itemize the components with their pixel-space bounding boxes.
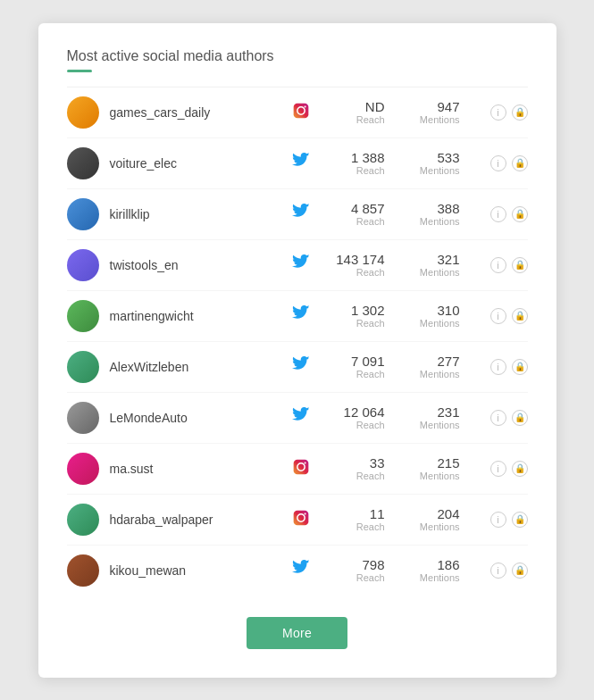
info-icon[interactable]: i bbox=[490, 206, 506, 222]
info-icon[interactable]: i bbox=[490, 512, 506, 528]
reach-block: 4 857Reach bbox=[331, 201, 385, 227]
reach-block: 1 302Reach bbox=[331, 303, 385, 329]
twitter-icon[interactable] bbox=[289, 560, 314, 581]
info-icon[interactable]: i bbox=[490, 104, 506, 121]
avatar bbox=[67, 504, 99, 536]
mentions-label: Mentions bbox=[406, 267, 460, 278]
author-name: twistools_en bbox=[110, 258, 289, 272]
mentions-block: 310Mentions bbox=[406, 303, 460, 329]
reach-label: Reach bbox=[331, 572, 385, 583]
avatar bbox=[67, 249, 99, 281]
mentions-value: 231 bbox=[406, 404, 460, 420]
mentions-label: Mentions bbox=[406, 216, 460, 227]
reach-label: Reach bbox=[331, 369, 385, 379]
reach-block: NDReach bbox=[331, 99, 385, 125]
twitter-icon[interactable] bbox=[289, 356, 314, 378]
info-icon[interactable]: i bbox=[490, 308, 506, 324]
authors-list: games_cars_daily NDReach947Mentions i 🔒 … bbox=[67, 88, 528, 596]
author-row: hdaraba_walpaper 11Reach204Mentions i 🔒 bbox=[67, 495, 528, 546]
lock-icon[interactable]: 🔒 bbox=[512, 562, 528, 579]
reach-block: 11Reach bbox=[331, 506, 385, 532]
instagram-icon[interactable] bbox=[289, 458, 314, 479]
mentions-block: 947Mentions bbox=[406, 99, 460, 125]
author-row: AlexWitzleben 7 091Reach277Mentions i 🔒 bbox=[67, 342, 528, 393]
mentions-value: 533 bbox=[406, 150, 460, 165]
lock-icon[interactable]: 🔒 bbox=[512, 155, 528, 171]
stats-group: 4 857Reach388Mentions i 🔒 bbox=[331, 201, 528, 227]
stats-group: 143 174Reach321Mentions i 🔒 bbox=[331, 252, 528, 278]
stats-group: 7 091Reach277Mentions i 🔒 bbox=[331, 354, 528, 379]
mentions-label: Mentions bbox=[406, 165, 460, 176]
info-icon[interactable]: i bbox=[490, 562, 506, 579]
lock-icon[interactable]: 🔒 bbox=[512, 206, 528, 222]
reach-label: Reach bbox=[331, 318, 385, 329]
author-row: kikou_mewan 798Reach186Mentions i 🔒 bbox=[67, 546, 528, 596]
author-name: LeMondeAuto bbox=[110, 411, 289, 425]
mentions-label: Mentions bbox=[406, 572, 460, 583]
action-icons: i 🔒 bbox=[490, 104, 528, 121]
instagram-icon[interactable] bbox=[289, 509, 314, 530]
stats-group: 1 302Reach310Mentions i 🔒 bbox=[331, 303, 528, 329]
lock-icon[interactable]: 🔒 bbox=[512, 104, 528, 121]
lock-icon[interactable]: 🔒 bbox=[512, 359, 528, 375]
info-icon[interactable]: i bbox=[490, 257, 506, 273]
twitter-icon[interactable] bbox=[289, 254, 314, 276]
more-button[interactable]: More bbox=[247, 617, 347, 649]
stats-group: 12 064Reach231Mentions i 🔒 bbox=[331, 404, 528, 430]
stats-group: 798Reach186Mentions i 🔒 bbox=[331, 557, 528, 583]
svg-point-2 bbox=[304, 105, 305, 107]
mentions-value: 310 bbox=[406, 303, 460, 318]
mentions-block: 186Mentions bbox=[406, 557, 460, 583]
stats-group: 1 388Reach533Mentions i 🔒 bbox=[331, 150, 528, 176]
instagram-icon[interactable] bbox=[289, 102, 314, 123]
reach-value: 1 302 bbox=[331, 303, 385, 318]
author-row: LeMondeAuto 12 064Reach231Mentions i 🔒 bbox=[67, 393, 528, 444]
mentions-block: 277Mentions bbox=[406, 354, 460, 379]
info-icon[interactable]: i bbox=[490, 359, 506, 375]
twitter-icon[interactable] bbox=[289, 305, 314, 327]
author-name: martinengwicht bbox=[110, 309, 289, 323]
reach-label: Reach bbox=[331, 216, 385, 227]
mentions-block: 204Mentions bbox=[406, 506, 460, 532]
lock-icon[interactable]: 🔒 bbox=[512, 410, 528, 426]
mentions-block: 533Mentions bbox=[406, 150, 460, 176]
info-icon[interactable]: i bbox=[490, 410, 506, 426]
avatar bbox=[67, 453, 99, 485]
reach-label: Reach bbox=[331, 471, 385, 481]
lock-icon[interactable]: 🔒 bbox=[512, 257, 528, 273]
info-icon[interactable]: i bbox=[490, 461, 506, 477]
twitter-icon[interactable] bbox=[289, 407, 314, 429]
svg-rect-0 bbox=[293, 103, 308, 118]
mentions-block: 321Mentions bbox=[406, 252, 460, 278]
mentions-value: 186 bbox=[406, 557, 460, 572]
mentions-label: Mentions bbox=[406, 318, 460, 329]
lock-icon[interactable]: 🔒 bbox=[512, 308, 528, 324]
stats-group: NDReach947Mentions i 🔒 bbox=[331, 99, 528, 125]
author-row: ma.sust 33Reach215Mentions i 🔒 bbox=[67, 444, 528, 495]
author-name: voiture_elec bbox=[110, 156, 289, 171]
mentions-value: 277 bbox=[406, 354, 460, 369]
mentions-value: 321 bbox=[406, 252, 460, 267]
stats-group: 11Reach204Mentions i 🔒 bbox=[331, 506, 528, 532]
avatar bbox=[67, 147, 99, 179]
author-row: martinengwicht 1 302Reach310Mentions i 🔒 bbox=[67, 291, 528, 342]
author-row: games_cars_daily NDReach947Mentions i 🔒 bbox=[67, 88, 528, 138]
mentions-block: 388Mentions bbox=[406, 201, 460, 227]
author-row: twistools_en 143 174Reach321Mentions i 🔒 bbox=[67, 240, 528, 291]
author-row: kirillklip 4 857Reach388Mentions i 🔒 bbox=[67, 189, 528, 240]
twitter-icon[interactable] bbox=[289, 153, 314, 174]
reach-value: 1 388 bbox=[331, 150, 385, 165]
lock-icon[interactable]: 🔒 bbox=[512, 461, 528, 477]
reach-block: 1 388Reach bbox=[331, 150, 385, 176]
lock-icon[interactable]: 🔒 bbox=[512, 512, 528, 528]
avatar bbox=[67, 351, 99, 383]
mentions-block: 215Mentions bbox=[406, 455, 460, 481]
reach-value: 143 174 bbox=[331, 252, 385, 267]
info-icon[interactable]: i bbox=[490, 155, 506, 171]
twitter-icon[interactable] bbox=[289, 204, 314, 225]
reach-label: Reach bbox=[331, 165, 385, 176]
action-icons: i 🔒 bbox=[490, 512, 528, 528]
reach-value: 12 064 bbox=[331, 404, 385, 420]
action-icons: i 🔒 bbox=[490, 155, 528, 171]
title-underline bbox=[67, 70, 92, 72]
